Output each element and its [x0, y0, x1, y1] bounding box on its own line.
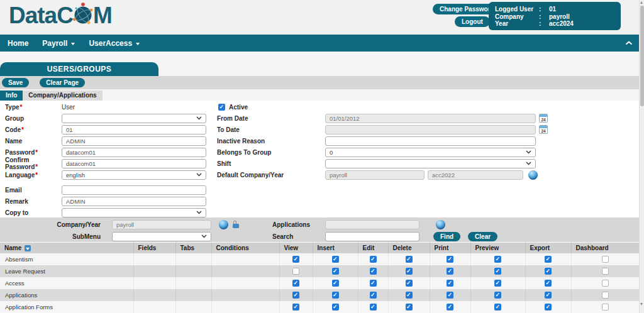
dashboard-checkbox[interactable] — [602, 268, 609, 275]
globe-icon[interactable] — [219, 220, 228, 229]
clear-button[interactable]: Clear — [468, 232, 497, 241]
vertical-scrollbar[interactable] — [639, 0, 644, 313]
dashboard-checkbox[interactable] — [602, 280, 609, 287]
field-control — [325, 136, 536, 146]
field-label-text: Email — [5, 187, 22, 194]
tab-info[interactable]: Info — [0, 91, 23, 101]
print-checkbox[interactable] — [447, 280, 453, 287]
print-checkbox[interactable] — [447, 268, 453, 275]
export-checkbox[interactable] — [545, 268, 552, 275]
insert-checkbox[interactable] — [332, 304, 339, 310]
tab-company-applications[interactable]: Company/Applications — [23, 91, 102, 101]
insert-checkbox[interactable] — [332, 268, 339, 275]
belongs-to-group-select[interactable]: 0 — [325, 148, 536, 157]
checkbox-cell — [388, 301, 430, 313]
scrollbar-thumb[interactable] — [640, 6, 644, 106]
clear-page-button[interactable]: Clear Page — [40, 78, 85, 87]
export-checkbox[interactable] — [545, 292, 552, 299]
copy-to-select[interactable] — [62, 208, 206, 217]
dashboard-checkbox[interactable] — [602, 292, 609, 299]
print-checkbox[interactable] — [447, 256, 453, 263]
column-header-export: Export — [525, 243, 571, 253]
preview-checkbox[interactable] — [494, 304, 501, 310]
calendar-icon[interactable]: 24 — [539, 114, 548, 123]
form-row: Default Company/Year — [217, 169, 639, 180]
scroll-down-arrow-icon[interactable] — [640, 303, 643, 305]
view-checkbox[interactable] — [292, 304, 299, 310]
code-input[interactable] — [62, 125, 206, 135]
delete-checkbox[interactable] — [406, 292, 413, 299]
edit-checkbox[interactable] — [370, 256, 377, 263]
chevron-up-icon[interactable] — [625, 41, 633, 45]
calendar-icon[interactable]: 24 — [539, 125, 548, 134]
inactive-reason-input[interactable] — [325, 136, 536, 146]
scroll-up-arrow-icon[interactable] — [640, 1, 643, 4]
search-input[interactable] — [325, 232, 419, 241]
find-button[interactable]: Find — [433, 232, 460, 241]
to-date-input[interactable] — [325, 125, 536, 135]
nav-item-home[interactable]: Home — [8, 39, 28, 48]
group-select[interactable] — [62, 114, 206, 123]
name-input[interactable] — [62, 136, 206, 146]
filter-icon[interactable] — [25, 245, 31, 251]
field-label-text: Shift — [217, 160, 231, 167]
language-select[interactable]: english — [62, 170, 206, 180]
insert-checkbox[interactable] — [332, 280, 339, 287]
preview-checkbox[interactable] — [494, 292, 501, 299]
field-label-text: Password — [5, 149, 35, 156]
export-checkbox[interactable] — [545, 256, 552, 263]
preview-checkbox[interactable] — [494, 256, 501, 263]
confirm-password-input[interactable] — [62, 159, 206, 168]
remark-input[interactable] — [62, 197, 206, 206]
export-checkbox[interactable] — [545, 304, 552, 310]
globe-icon[interactable] — [528, 170, 538, 180]
edit-checkbox[interactable] — [370, 292, 377, 299]
edit-checkbox[interactable] — [370, 268, 377, 275]
edit-checkbox[interactable] — [370, 304, 377, 310]
default-company-year-company-input[interactable] — [325, 170, 425, 180]
field-control — [325, 159, 536, 168]
print-checkbox[interactable] — [447, 304, 453, 310]
chevron-down-icon — [136, 43, 140, 45]
delete-checkbox[interactable] — [406, 304, 413, 310]
insert-checkbox[interactable] — [332, 256, 339, 263]
lock-icon[interactable] — [233, 224, 239, 228]
field-label-text: Name — [5, 138, 22, 145]
field-label-text: Type — [5, 104, 19, 111]
export-checkbox[interactable] — [545, 280, 552, 287]
dashboard-checkbox[interactable] — [602, 304, 609, 310]
globe-icon[interactable] — [436, 220, 445, 229]
print-checkbox[interactable] — [447, 292, 453, 299]
submenu-select[interactable] — [112, 232, 211, 241]
nav-item-payroll[interactable]: Payroll — [42, 39, 75, 48]
field-label: Code* — [0, 126, 62, 133]
email-input[interactable] — [62, 185, 206, 195]
password-input[interactable] — [62, 148, 206, 157]
checkbox-cell — [571, 277, 639, 289]
default-company-year-year-input[interactable] — [428, 170, 523, 180]
column-header-label: Export — [530, 244, 550, 251]
shift-select[interactable] — [325, 159, 536, 168]
view-checkbox[interactable] — [292, 268, 299, 275]
required-marker: * — [35, 172, 38, 178]
edit-checkbox[interactable] — [370, 280, 377, 287]
view-checkbox[interactable] — [292, 280, 299, 287]
view-checkbox[interactable] — [292, 292, 299, 299]
session-label: Logged User — [495, 6, 539, 13]
insert-checkbox[interactable] — [332, 292, 339, 299]
field-control — [62, 159, 206, 168]
company-year-input[interactable] — [112, 220, 211, 229]
delete-checkbox[interactable] — [406, 280, 413, 287]
applications-input[interactable] — [325, 220, 419, 229]
save-button[interactable]: Save — [2, 78, 29, 87]
dashboard-checkbox[interactable] — [602, 256, 609, 263]
from-date-input[interactable] — [325, 114, 536, 123]
active-checkbox[interactable] — [218, 104, 225, 111]
logout-button[interactable]: Logout — [455, 16, 490, 27]
view-checkbox[interactable] — [292, 256, 299, 263]
delete-checkbox[interactable] — [406, 256, 413, 263]
preview-checkbox[interactable] — [494, 280, 501, 287]
preview-checkbox[interactable] — [494, 268, 501, 275]
nav-item-useraccess[interactable]: UserAccess — [89, 39, 140, 48]
delete-checkbox[interactable] — [406, 268, 413, 275]
